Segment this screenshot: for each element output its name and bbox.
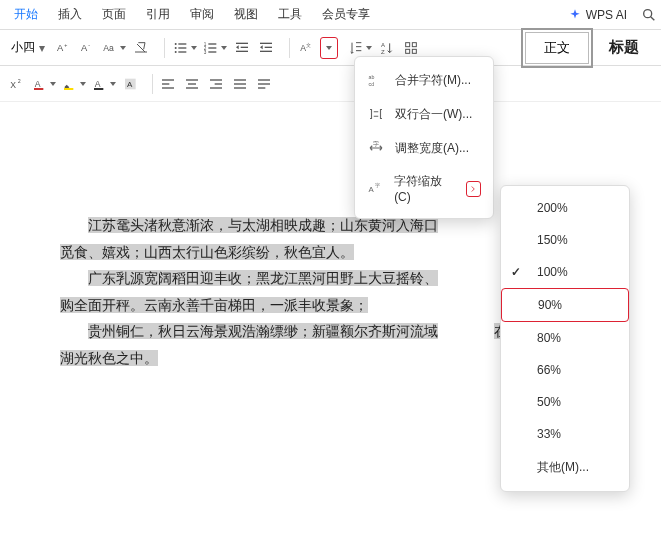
- menu-start[interactable]: 开始: [4, 2, 48, 27]
- scale-other[interactable]: 其他(M)...: [501, 450, 629, 485]
- svg-rect-10: [178, 47, 186, 48]
- style-heading[interactable]: 标题: [601, 32, 647, 63]
- svg-rect-56: [258, 87, 265, 88]
- align-right-button[interactable]: [205, 73, 227, 95]
- svg-rect-32: [412, 49, 416, 53]
- scale-80[interactable]: 80%: [501, 322, 629, 354]
- menu-twoline-label: 双行合一(W)...: [395, 106, 472, 123]
- svg-rect-53: [234, 87, 246, 88]
- asian-layout-menu: abcd 合并字符(M)... 双行合一(W)... 字 调整宽度(A)... …: [354, 56, 494, 219]
- svg-rect-55: [258, 83, 270, 84]
- svg-text:Aa: Aa: [103, 43, 114, 53]
- svg-rect-16: [208, 47, 216, 48]
- menu-insert[interactable]: 插入: [48, 2, 92, 27]
- svg-rect-23: [265, 46, 272, 47]
- svg-rect-14: [208, 43, 216, 44]
- highlight-button[interactable]: [60, 73, 88, 95]
- scale-90[interactable]: 90%: [501, 288, 629, 322]
- svg-text:-: -: [88, 41, 90, 47]
- svg-rect-21: [236, 50, 248, 51]
- svg-text:Z: Z: [381, 49, 385, 55]
- svg-text:ab: ab: [369, 74, 375, 80]
- menu-member[interactable]: 会员专享: [312, 2, 380, 27]
- svg-rect-31: [406, 49, 410, 53]
- check-icon: ✓: [511, 265, 521, 279]
- menu-char-scale[interactable]: A字 字符缩放(C): [355, 165, 493, 212]
- svg-rect-44: [162, 87, 174, 88]
- asian-layout-button[interactable]: A文: [296, 37, 318, 59]
- ribbon-row1: 小四▾ A+ A- Aa 123 A文 AZ 正文 标题: [0, 30, 661, 66]
- search-icon[interactable]: [641, 7, 657, 23]
- svg-rect-48: [210, 79, 222, 80]
- svg-text:A: A: [57, 43, 64, 53]
- clear-format-button[interactable]: [130, 37, 152, 59]
- svg-rect-19: [236, 42, 248, 43]
- svg-text:A: A: [381, 42, 385, 48]
- font-size-select[interactable]: 小四▾: [6, 36, 50, 59]
- svg-text:A: A: [35, 78, 41, 88]
- menu-page[interactable]: 页面: [92, 2, 136, 27]
- svg-text:A: A: [127, 80, 133, 89]
- wps-ai-button[interactable]: WPS AI: [560, 8, 635, 22]
- svg-rect-18: [208, 51, 216, 52]
- increase-indent-button[interactable]: [255, 37, 277, 59]
- svg-point-11: [175, 51, 177, 53]
- svg-text:字: 字: [375, 182, 380, 188]
- svg-text:cd: cd: [369, 81, 375, 87]
- char-shading-button[interactable]: A: [120, 73, 142, 95]
- svg-line-1: [651, 16, 655, 20]
- svg-text:字: 字: [373, 140, 379, 147]
- ai-icon: [568, 8, 582, 22]
- svg-rect-50: [210, 87, 222, 88]
- svg-rect-45: [186, 79, 198, 80]
- increase-font-button[interactable]: A+: [52, 37, 74, 59]
- svg-rect-39: [94, 88, 103, 90]
- menu-reference[interactable]: 引用: [136, 2, 180, 27]
- svg-text:文: 文: [306, 41, 311, 47]
- menu-merge-chars[interactable]: abcd 合并字符(M)...: [355, 63, 493, 97]
- bullets-button[interactable]: [171, 37, 199, 59]
- scale-33[interactable]: 33%: [501, 418, 629, 450]
- svg-rect-30: [412, 42, 416, 46]
- font-color2-button[interactable]: A: [30, 73, 58, 95]
- change-case-button[interactable]: Aa: [100, 37, 128, 59]
- scale-150[interactable]: 150%: [501, 224, 629, 256]
- align-left-button[interactable]: [157, 73, 179, 95]
- svg-text:A: A: [300, 43, 306, 53]
- menu-fit-width[interactable]: 字 调整宽度(A)...: [355, 131, 493, 165]
- menu-view[interactable]: 视图: [224, 2, 268, 27]
- align-justify-button[interactable]: [229, 73, 251, 95]
- wps-ai-label: WPS AI: [586, 8, 627, 22]
- scale-50[interactable]: 50%: [501, 386, 629, 418]
- menu-two-line[interactable]: 双行合一(W)...: [355, 97, 493, 131]
- svg-text:A: A: [95, 78, 101, 88]
- scale-200[interactable]: 200%: [501, 192, 629, 224]
- style-normal[interactable]: 正文: [525, 32, 589, 64]
- svg-rect-22: [260, 42, 272, 43]
- svg-text:+: +: [64, 41, 67, 47]
- char-scale-icon: A字: [367, 180, 384, 198]
- scale-100[interactable]: ✓100%: [501, 256, 629, 288]
- menu-merge-label: 合并字符(M)...: [395, 72, 471, 89]
- svg-rect-42: [162, 79, 174, 80]
- scale-66[interactable]: 66%: [501, 354, 629, 386]
- font-color3-button[interactable]: A: [90, 73, 118, 95]
- menu-review[interactable]: 审阅: [180, 2, 224, 27]
- superscript-button[interactable]: X2: [6, 73, 28, 95]
- menu-tools[interactable]: 工具: [268, 2, 312, 27]
- svg-point-0: [644, 9, 652, 17]
- align-center-button[interactable]: [181, 73, 203, 95]
- svg-rect-52: [234, 83, 246, 84]
- menubar: 开始 插入 页面 引用 审阅 视图 工具 会员专享 WPS AI: [0, 0, 661, 30]
- svg-rect-43: [162, 83, 169, 84]
- numbering-button[interactable]: 123: [201, 37, 229, 59]
- svg-rect-29: [406, 42, 410, 46]
- decrease-font-button[interactable]: A-: [76, 37, 98, 59]
- align-distribute-button[interactable]: [253, 73, 275, 95]
- asian-layout-dropdown[interactable]: [320, 37, 338, 59]
- svg-rect-24: [260, 50, 272, 51]
- chevron-right-icon: [466, 181, 481, 197]
- svg-rect-46: [188, 83, 196, 84]
- decrease-indent-button[interactable]: [231, 37, 253, 59]
- svg-text:A: A: [81, 43, 88, 53]
